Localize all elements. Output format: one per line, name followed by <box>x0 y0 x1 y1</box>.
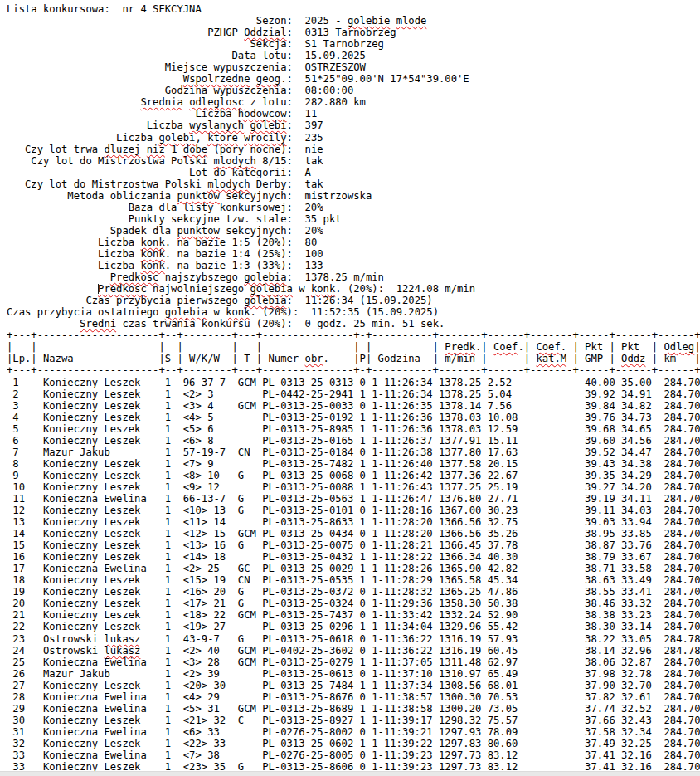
misspelled-word: wyslanych <box>189 120 244 131</box>
info-line: Liczba konk. na bazie 1:5 (20%): 80 <box>7 237 700 248</box>
misspelled-word: lukasz <box>104 633 140 645</box>
misspelled-word: dluzej <box>104 144 140 155</box>
table-border: +---+--------------------+--+--------+--… <box>7 329 700 341</box>
table-row: 18 Konieczny Leszek 1 <15> 19 CN PL-0313… <box>7 574 700 586</box>
misspelled-word: lukasz <box>104 645 140 656</box>
info-line: Liczba wyslanych golebi: 397 <box>7 120 700 131</box>
misspelled-word: Oddz <box>621 353 645 364</box>
misspelled-word: niz <box>147 144 165 155</box>
table-row: 24 Ostrowski lukasz 1 <2> 40 GCM PL-0402… <box>7 645 700 656</box>
table-row: 28 Konieczna Ewelina 1 <4> 29 PL-0313-25… <box>7 691 700 703</box>
table-row: 10 Konieczny Leszek 1 <9> 12 PL-0313-25-… <box>7 481 700 493</box>
info-line: Wspolrzedne geog.: 51*25"09.00'N 17*54"3… <box>7 73 700 85</box>
info-line: Czas przybycia ostatniego golebia w konk… <box>7 306 700 318</box>
table-row: 33 Konieczna Ewelina 1 <7> 38 PL-0276-25… <box>7 749 700 761</box>
misspelled-word: Predkosc <box>98 283 147 295</box>
table-row: 23 Ostrowski lukasz 1 43-9-7 G PL-0313-2… <box>7 633 700 645</box>
misspelled-word: golebia <box>244 295 286 306</box>
misspelled-word: wrocily <box>244 132 286 144</box>
misspelled-word: dobe <box>183 144 207 155</box>
table-border: +---+--------------------+--+--------+--… <box>7 364 700 376</box>
info-line: Liczba konk. na bazie 1:4 (25%): 100 <box>7 248 700 260</box>
table-header-line: | | | | | | | | | Predk.| Coef.| Coef. |… <box>7 341 700 353</box>
info-line: Sredni czas trwania konkursu (20%): 0 go… <box>7 318 700 329</box>
table-row: 7 Mazur Jakub 1 57-19-7 CN PL-0313-25-01… <box>7 447 700 458</box>
info-line: Sezon: 2025 - golebie mlode <box>7 15 700 27</box>
table-row: 30 Konieczny Leszek 1 <21> 32 C PL-0313-… <box>7 715 700 726</box>
misspelled-word: golebia <box>244 271 286 283</box>
table-row: 12 Konieczny Leszek 1 <10> 13 G PL-0313-… <box>7 505 700 516</box>
info-line: Godzina wypuszczenia: 08:00:00 <box>7 85 700 96</box>
misspelled-word: golebia <box>250 283 293 295</box>
table-row: 19 Konieczny Leszek 1 <16> 20 G PL-0313-… <box>7 586 700 598</box>
info-line: Lot do kategorii: A <box>7 167 700 178</box>
table-row: 8 Konieczny Leszek 1 <7> 9 PL-0313-25-74… <box>7 458 700 470</box>
info-line: Liczba konk. na bazie 1:3 (33%): 133 <box>7 260 700 271</box>
info-line: Liczba hodowcow: 11 <box>7 108 700 120</box>
misspelled-word: ktore <box>207 132 238 144</box>
table-row: 5 Konieczny Leszek 1 <5> 6 PL-0313-25-89… <box>7 423 700 435</box>
misspelled-word: hodowcow <box>238 108 287 120</box>
misspelled-word: punktow <box>177 190 219 202</box>
misspelled-word: konk <box>140 248 164 260</box>
misspelled-word: Coef <box>493 341 518 353</box>
misspelled-word: Predk <box>445 341 475 353</box>
table-row: 14 Konieczny Leszek 1 <12> 15 GCM PL-031… <box>7 528 700 539</box>
table-row: 20 Konieczny Leszek 1 <17> 21 G PL-0313-… <box>7 598 700 609</box>
table-row: 25 Konieczna Ewelina 1 <3> 28 GCM PL-031… <box>7 656 700 668</box>
info-line: Spadek dla punktow sekcyjnych: 20% <box>7 225 700 237</box>
info-line: Czy lot trwa dluzej niz 1 dobe (pory noc… <box>7 144 700 155</box>
table-row: 9 Konieczny Leszek 1 <8> 10 G PL-0313-25… <box>7 470 700 481</box>
table-row: 2 Konieczny Leszek 1 <2> 3 PL-0442-25-29… <box>7 388 700 400</box>
misspelled-word: golebi <box>250 120 287 131</box>
misspelled-word: kat.M <box>536 353 566 364</box>
table-row: 29 Konieczna Ewelina 1 <5> 31 GCM PL-031… <box>7 703 700 715</box>
misspelled-word: golebie <box>348 15 390 27</box>
misspelled-word: Predkosc <box>110 271 159 283</box>
misspelled-word: golebia <box>165 306 207 318</box>
info-line: Liczba golebi, ktore wrocily: 235 <box>7 132 700 144</box>
info-line: PZHGP Oddzial: 0313 Tarnobrzeg <box>7 27 700 38</box>
table-row: 13 Konieczny Leszek 1 <11> 14 PL-0313-25… <box>7 516 700 528</box>
misspelled-word: konk <box>140 237 164 248</box>
info-line: Predkosc najwolniejszego golebia w konk.… <box>7 283 700 295</box>
race-result-text-area[interactable]: Lista konkursowa: nr 4 SEKCYJNA Sezon: 2… <box>7 3 700 773</box>
misspelled-word: Coef <box>536 341 560 353</box>
table-header-line: |Lp.| Nazwa |S | W/K/W | T | Numer obr. … <box>7 353 700 364</box>
table-row: 1 Konieczny Leszek 1 96-37-7 GCM PL-0313… <box>7 377 700 388</box>
document-page: Lista konkursowa: nr 4 SEKCYJNA Sezon: 2… <box>0 0 700 776</box>
table-row: 31 Konieczna Ewelina 1 <6> 33 PL-0276-25… <box>7 726 700 738</box>
misspelled-word: konk <box>140 260 164 271</box>
table-row: 11 Konieczna Ewelina 1 66-13-7 G PL-0313… <box>7 493 700 505</box>
table-row: 4 Konieczny Leszek 1 <4> 5 PL-0313-25-01… <box>7 412 700 423</box>
info-line: Czas przybycia pierwszego golebia: 11:26… <box>7 295 700 306</box>
misspelled-word: Odleg <box>664 341 695 353</box>
viewport-bottom-strip <box>0 771 700 776</box>
misspelled-word: konk <box>311 283 335 295</box>
info-line: Metoda obliczania punktow sekcyjnych: mi… <box>7 190 700 202</box>
misspelled-word: Oddzial <box>244 27 286 38</box>
info-line: Czy lot do Mistrzostwa Polski mlodych De… <box>7 178 700 190</box>
table-row: 32 Konieczny Leszek 1 <22> 33 PL-0313-25… <box>7 738 700 749</box>
text-caret <box>98 284 99 294</box>
info-line: Data lotu: 15.09.2025 <box>7 50 700 61</box>
misspelled-word: mlode <box>396 15 427 27</box>
misspelled-word: Wspolrzedne <box>183 73 250 85</box>
info-line: Miejsce wypuszczenia: OSTRZESZOW <box>7 61 700 73</box>
misspelled-word: punktow <box>177 225 219 237</box>
title-line: Lista konkursowa: nr 4 SEKCYJNA <box>7 3 700 15</box>
table-row: 3 Konieczny Leszek 1 <3> 4 GCM PL-0313-2… <box>7 400 700 412</box>
misspelled-word: mlodych <box>213 155 255 167</box>
misspelled-word: konk <box>226 306 250 318</box>
misspelled-word: odleglosc <box>189 96 244 108</box>
info-line: Baza dla listy konkursowej: 20% <box>7 202 700 213</box>
table-row: 6 Konieczny Leszek 1 <6> 8 PL-0313-25-01… <box>7 435 700 447</box>
table-row: 17 Konieczna Ewelina 1 <2> 25 GC PL-0313… <box>7 563 700 574</box>
info-line: Predkosc najszybszego golebia: 1378.25 m… <box>7 271 700 283</box>
table-row: 16 Konieczny Leszek 1 <14> 18 PL-0313-25… <box>7 551 700 563</box>
misspelled-word: Srednia <box>140 96 182 108</box>
misspelled-word: mlodych <box>207 178 250 190</box>
table-row: 26 Mazur Jakub 1 <2> 39 PL-0313-25-0613 … <box>7 668 700 680</box>
info-line: Czy lot do Mistrzostwa Polski mlodych 8/… <box>7 155 700 167</box>
info-line: Sekcja: S1 Tarnobrzeg <box>7 38 700 50</box>
